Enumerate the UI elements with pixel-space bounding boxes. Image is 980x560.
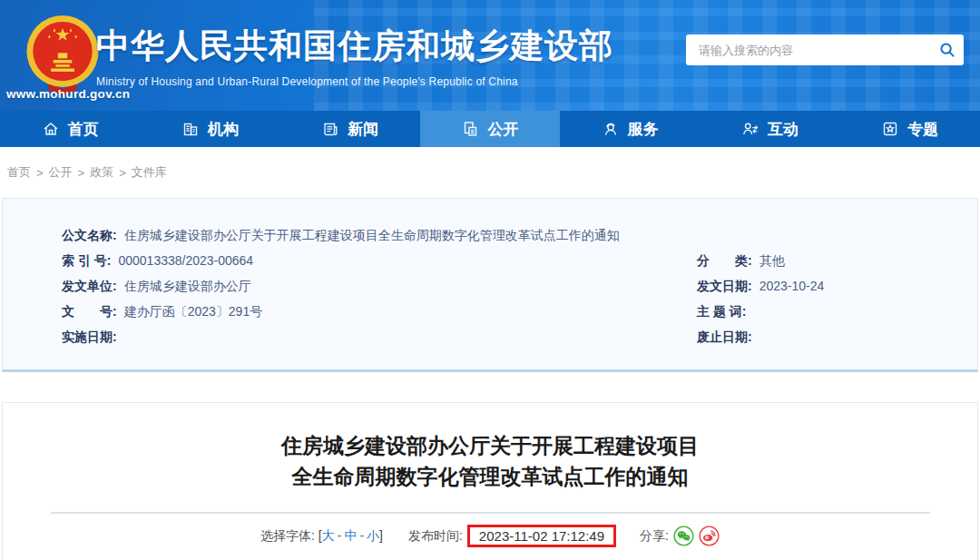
nav-item-label: 公开 — [487, 119, 518, 140]
field-doc-name-value: 住房城乡建设部办公厅关于开展工程建设项目全生命周期数字化管理改革试点工作的通知 — [124, 222, 620, 248]
nav-item-service[interactable]: 服务 — [560, 111, 700, 147]
share-group: 分享: — [640, 526, 720, 546]
nav-item-label: 新闻 — [348, 119, 378, 140]
site-url: www.mohurd.gov.cn — [6, 87, 130, 101]
font-bracket-close: ] — [379, 528, 383, 543]
breadcrumb-item-library[interactable]: 文件库 — [132, 164, 167, 181]
nav-item-label: 机构 — [208, 119, 239, 140]
site-title-block: 中华人民共和国住房和城乡建设部 Ministry of Housing and … — [96, 24, 613, 88]
document-info-box: 公文名称: 住房城乡建设部办公厅关于开展工程建设项目全生命周期数字化管理改革试点… — [2, 198, 978, 372]
nav-item-news[interactable]: 新闻 — [280, 111, 420, 147]
field-implementation-date: 实施日期: — [62, 324, 697, 349]
breadcrumb: 首页 > 公开 > 政策 > 文件库 — [0, 147, 980, 198]
field-issue-date: 发文日期: 2023-10-24 — [697, 273, 977, 299]
font-size-medium[interactable]: 中 — [344, 528, 357, 543]
doc-info-right-column: 分 类: 其他 发文日期: 2023-10-24 主 题 词: 废止日期: — [697, 248, 977, 349]
nav-item-label: 互动 — [768, 119, 799, 140]
font-separator: - — [338, 528, 342, 543]
nav-item-organization[interactable]: 机构 — [140, 111, 279, 147]
font-separator: - — [359, 528, 364, 543]
national-emblem-icon — [24, 13, 102, 96]
field-doc-name-label: 公文名称: — [62, 222, 117, 248]
article-title: 住房城乡建设部办公厅关于开展工程建设项目 全生命周期数字化管理改革试点工作的通知 — [3, 430, 977, 492]
field-doc-number: 文 号: 建办厅函〔2023〕291号 — [62, 299, 697, 324]
home-icon — [42, 120, 60, 138]
field-index-number: 索 引 号: 000013338/2023-00664 — [62, 248, 697, 273]
share-label: 分享: — [640, 528, 669, 545]
publish-time-group: 发布时间: 2023-11-02 17:12:49 — [408, 525, 616, 547]
nav-item-label: 首页 — [68, 119, 99, 140]
field-doc-name: 公文名称: 住房城乡建设部办公厅关于开展工程建设项目全生命周期数字化管理改革试点… — [62, 222, 977, 248]
site-title: 中华人民共和国住房和城乡建设部 — [96, 24, 613, 69]
title-divider — [51, 512, 930, 514]
wechat-icon[interactable] — [673, 526, 694, 546]
publish-time-highlight: 2023-11-02 17:12:49 — [467, 525, 616, 547]
breadcrumb-separator: > — [119, 166, 126, 180]
field-abolition-date: 废止日期: — [697, 324, 977, 349]
font-size-small[interactable]: 小 — [367, 528, 379, 543]
topics-icon — [881, 120, 899, 138]
article-title-line2: 全生命周期数字化管理改革试点工作的通知 — [3, 461, 977, 492]
breadcrumb-item-home[interactable]: 首页 — [7, 164, 31, 181]
nav-item-topics[interactable]: 专题 — [840, 111, 980, 147]
search-input[interactable] — [686, 44, 931, 57]
nav-item-home[interactable]: 首页 — [0, 111, 140, 147]
service-icon — [602, 120, 620, 138]
doc-info-left-column: 索 引 号: 000013338/2023-00664 发文单位: 住房城乡建设… — [62, 248, 697, 349]
nav-item-label: 专题 — [907, 119, 938, 140]
breadcrumb-separator: > — [36, 166, 44, 180]
article-title-line1: 住房城乡建设部办公厅关于开展工程建设项目 — [3, 430, 977, 461]
nav-item-label: 服务 — [628, 119, 659, 140]
breadcrumb-item-disclosure[interactable]: 公开 — [49, 164, 73, 181]
font-size-label: 选择字体: — [260, 528, 315, 545]
search-icon[interactable] — [931, 34, 964, 65]
field-subject-words: 主 题 词: — [697, 299, 977, 324]
news-icon — [321, 120, 339, 138]
nav-item-interaction[interactable]: 互动 — [700, 111, 839, 147]
article-panel: 住房城乡建设部办公厅关于开展工程建设项目 全生命周期数字化管理改革试点工作的通知… — [2, 402, 978, 560]
breadcrumb-separator: > — [78, 166, 85, 180]
breadcrumb-item-policy[interactable]: 政策 — [90, 164, 113, 181]
publish-time-label: 发布时间: — [408, 528, 463, 545]
interaction-icon — [741, 120, 760, 138]
article-meta-row: 选择字体: [大-中-小] 发布时间: 2023-11-02 17:12:49 … — [3, 525, 977, 547]
search-box — [686, 34, 964, 65]
organization-icon — [181, 120, 200, 138]
main-nav: 首页 机构 新闻 公开 服务 — [0, 111, 980, 147]
field-category: 分 类: 其他 — [697, 248, 977, 273]
site-header: www.mohurd.gov.cn 中华人民共和国住房和城乡建设部 Minist… — [0, 0, 980, 111]
font-size-selector: [大-中-小] — [315, 528, 383, 545]
font-size-large[interactable]: 大 — [322, 528, 335, 543]
weibo-icon[interactable] — [699, 526, 720, 546]
field-issuing-unit: 发文单位: 住房城乡建设部办公厅 — [62, 273, 697, 299]
nav-item-disclosure[interactable]: 公开 — [420, 111, 560, 147]
disclosure-icon — [461, 120, 479, 138]
site-subtitle: Ministry of Housing and Urban-Rural Deve… — [96, 75, 613, 88]
